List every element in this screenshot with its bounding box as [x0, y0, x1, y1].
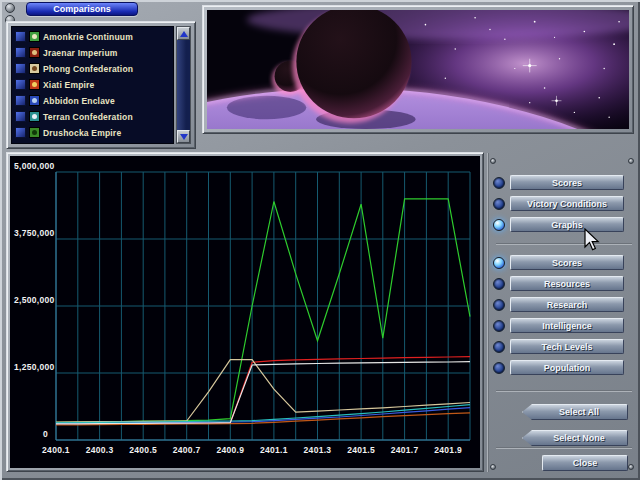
graph-button-row: Tech Levels — [486, 336, 638, 357]
surface-detail — [227, 96, 306, 119]
series-drushocka-empire — [56, 362, 470, 424]
close-button[interactable]: Close — [542, 455, 628, 471]
list-item[interactable]: Terran Confederation — [14, 109, 172, 124]
graph-button-scores[interactable]: Scores — [510, 255, 624, 270]
chart-area: 5,000,0003,750,0002,500,0001,250,0000240… — [10, 156, 480, 468]
empire-name: Amonkrie Continuum — [43, 32, 133, 42]
empire-flag-icon — [29, 63, 40, 74]
empire-portrait-icon — [15, 95, 26, 106]
view-button-group: ScoresVictory ConditionsGraphs — [486, 172, 638, 235]
flag-emblem-icon — [32, 66, 37, 71]
planet-large — [296, 10, 411, 118]
y-axis-label: 1,250,000 — [14, 362, 55, 372]
y-axis-label: 3,750,000 — [14, 228, 55, 238]
led-indicator-population — [493, 362, 505, 374]
empire-name: Jraenar Imperium — [43, 48, 118, 58]
view-button-row: Graphs — [486, 214, 638, 235]
graph-button-row: Scores — [486, 252, 638, 273]
x-axis-label: 2401.9 — [428, 445, 468, 455]
empire-flag-icon — [29, 111, 40, 122]
empire-flag-icon — [29, 31, 40, 42]
x-axis-label: 2401.3 — [298, 445, 338, 455]
graph-button-group: ScoresResourcesResearchIntelligenceTech … — [486, 252, 638, 378]
space-image-frame — [202, 5, 634, 134]
led-indicator-graphs — [493, 219, 505, 231]
y-axis-label: 2,500,000 — [14, 295, 55, 305]
empire-portrait-icon — [15, 31, 26, 42]
graph-button-row: Intelligence — [486, 315, 638, 336]
series-amonkrie-continuum — [56, 199, 470, 422]
view-button-victory-conditions[interactable]: Victory Conditions — [510, 196, 624, 211]
graph-button-research[interactable]: Research — [510, 297, 624, 312]
flag-emblem-icon — [32, 98, 37, 103]
empire-name: Drushocka Empire — [43, 128, 121, 138]
select-all-button[interactable]: Select All — [522, 404, 628, 420]
graph-button-tech-levels[interactable]: Tech Levels — [510, 339, 624, 354]
list-item[interactable]: Abbidon Enclave — [14, 93, 172, 108]
x-axis-label: 2401.7 — [385, 445, 425, 455]
x-axis-label: 2400.3 — [80, 445, 120, 455]
x-axis-label: 2400.7 — [167, 445, 207, 455]
empire-portrait-icon — [15, 63, 26, 74]
window-control-icon[interactable] — [5, 3, 15, 13]
flag-emblem-icon — [32, 50, 37, 55]
empire-name: Terran Confederation — [43, 112, 133, 122]
list-item[interactable]: Phong Confederation — [14, 61, 172, 76]
y-axis-label: 5,000,000 — [14, 161, 55, 171]
empire-portrait-icon — [15, 79, 26, 90]
empire-list-panel: Amonkrie ContinuumJraenar ImperiumPhong … — [6, 21, 196, 149]
empire-name: Abbidon Enclave — [43, 96, 115, 106]
graph-button-row: Research — [486, 294, 638, 315]
led-indicator-research — [493, 299, 505, 311]
led-indicator-scores — [493, 257, 505, 269]
flag-emblem-icon — [32, 114, 37, 119]
graph-button-intelligence[interactable]: Intelligence — [510, 318, 624, 333]
y-axis-label: 0 — [43, 429, 48, 439]
series-terran-confederation — [56, 405, 470, 423]
empire-name: Xiati Empire — [43, 80, 95, 90]
mouse-cursor — [583, 228, 601, 252]
empire-portrait-icon — [15, 111, 26, 122]
graph-button-population[interactable]: Population — [510, 360, 624, 375]
empire-portrait-icon — [15, 127, 26, 138]
scroll-down-button[interactable] — [177, 130, 190, 143]
up-arrow-icon — [180, 31, 188, 37]
grid-lines — [56, 172, 470, 440]
graph-button-row: Resources — [486, 273, 638, 294]
scroll-up-button[interactable] — [177, 27, 190, 40]
empire-portrait-icon — [15, 47, 26, 58]
led-indicator-resources — [493, 278, 505, 290]
score-graph — [10, 156, 482, 470]
select-none-button[interactable]: Select None — [522, 430, 628, 446]
x-axis-label: 2400.9 — [210, 445, 250, 455]
led-indicator-tech-levels — [493, 341, 505, 353]
graph-panel: 5,000,0003,750,0002,500,0001,250,0000240… — [6, 152, 484, 472]
graph-button-row: Population — [486, 357, 638, 378]
list-item[interactable]: Amonkrie Continuum — [14, 29, 172, 44]
empire-flag-icon — [29, 127, 40, 138]
view-button-row: Victory Conditions — [486, 193, 638, 214]
x-axis-label: 2401.1 — [254, 445, 294, 455]
empire-flag-icon — [29, 79, 40, 90]
down-arrow-icon — [180, 134, 188, 140]
x-axis-label: 2401.5 — [341, 445, 381, 455]
list-item[interactable]: Xiati Empire — [14, 77, 172, 92]
flag-emblem-icon — [32, 82, 37, 87]
empire-flag-icon — [29, 95, 40, 106]
led-indicator-victory-conditions — [493, 198, 505, 210]
window-title: Comparisons — [26, 2, 138, 16]
view-button-scores[interactable]: Scores — [510, 175, 624, 190]
empire-name: Phong Confederation — [43, 64, 133, 74]
scrollbar-track[interactable] — [177, 40, 190, 130]
view-button-graphs[interactable]: Graphs — [510, 217, 624, 232]
empire-list-scrollbar[interactable] — [176, 26, 191, 144]
graph-button-resources[interactable]: Resources — [510, 276, 624, 291]
led-indicator-scores — [493, 177, 505, 189]
control-panel: ScoresVictory ConditionsGraphs ScoresRes… — [486, 150, 638, 476]
series-jraenar-imperium — [56, 357, 470, 425]
window-title-label: Comparisons — [53, 4, 111, 14]
space-scene-image — [207, 10, 629, 129]
list-item[interactable]: Jraenar Imperium — [14, 45, 172, 60]
led-indicator-intelligence — [493, 320, 505, 332]
list-item[interactable]: Drushocka Empire — [14, 125, 172, 140]
